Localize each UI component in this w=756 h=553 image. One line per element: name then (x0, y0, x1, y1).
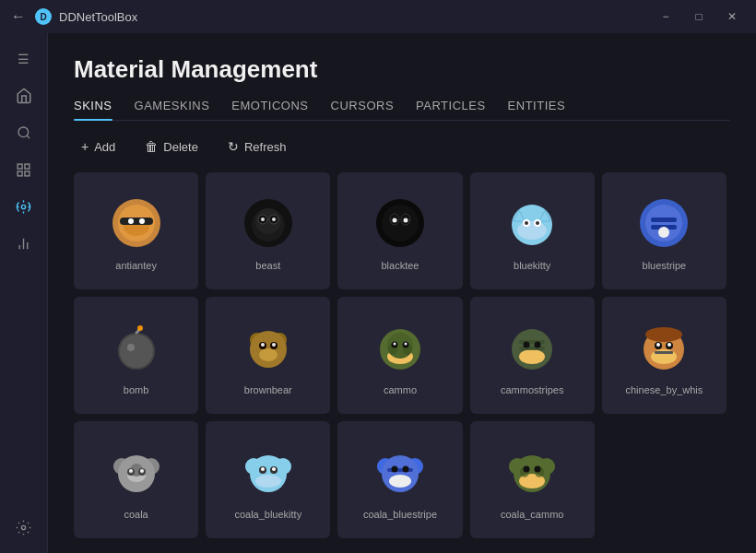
svg-point-70 (519, 349, 545, 364)
svg-point-104 (389, 475, 411, 488)
skin-label-brownbear: brownbear (244, 384, 292, 395)
app-icon: D (35, 8, 52, 25)
skin-avatar-coala_bluekitty (239, 442, 298, 501)
skin-label-cammo: cammo (384, 384, 417, 395)
skin-card-brownbear[interactable]: brownbear (206, 297, 330, 414)
minimize-button[interactable]: − (653, 7, 679, 26)
skin-card-antiantey[interactable]: antiantey (74, 172, 198, 289)
titlebar: ← D DDNetToolBox − □ ✕ (0, 0, 756, 33)
main-content: Material Management SKINS GAMESKINS EMOT… (48, 33, 756, 553)
refresh-button[interactable]: ↻ Refresh (220, 135, 294, 158)
skin-avatar-coala_cammo (502, 442, 561, 501)
skin-label-coala_bluekitty: coala_bluekitty (234, 509, 301, 520)
tab-particles[interactable]: PARTICLES (416, 99, 486, 120)
sidebar-item-extensions[interactable] (7, 153, 41, 186)
close-button[interactable]: ✕ (719, 7, 745, 26)
skin-card-bomb[interactable]: bomb (74, 297, 198, 414)
skin-grid: antianteybeastblackteebluekittybluestrip… (74, 172, 730, 538)
skin-avatar-beast (239, 194, 298, 253)
skin-avatar-antiantey (107, 194, 166, 253)
svg-point-50 (137, 325, 143, 331)
svg-point-68 (404, 342, 407, 345)
svg-rect-18 (120, 218, 153, 225)
skin-card-bluestripe[interactable]: bluestripe (602, 172, 726, 289)
skin-card-beast[interactable]: beast (206, 172, 330, 289)
svg-point-59 (272, 343, 276, 347)
skin-label-chinese_by_whis: chinese_by_whis (626, 384, 703, 395)
add-button[interactable]: + Add (74, 135, 123, 158)
toolbar: + Add 🗑 Delete ↻ Refresh (74, 135, 730, 158)
tab-skins[interactable]: SKINS (74, 99, 112, 120)
svg-point-67 (393, 342, 396, 345)
svg-point-80 (656, 343, 660, 347)
skin-label-coala_bluestripe: coala_bluestripe (363, 509, 437, 520)
app-title: DDNetToolBox (59, 10, 653, 24)
sidebar-item-search[interactable] (7, 116, 41, 149)
refresh-icon: ↻ (228, 139, 239, 154)
svg-point-55 (259, 348, 278, 361)
svg-point-48 (120, 335, 153, 368)
content-area: Material Management SKINS GAMESKINS EMOT… (48, 33, 756, 553)
tab-emoticons[interactable]: EMOTICONS (231, 99, 308, 120)
svg-point-14 (21, 525, 25, 529)
svg-point-98 (261, 467, 265, 471)
sidebar-item-plugins[interactable] (7, 190, 41, 223)
sidebar-item-chart[interactable] (7, 227, 41, 260)
sidebar: ☰ (0, 33, 48, 553)
tab-gameskins[interactable]: GAMESKINS (135, 99, 210, 120)
svg-point-113 (524, 465, 530, 472)
svg-point-35 (517, 221, 547, 240)
skin-card-coala_bluekitty[interactable]: coala_bluekitty (206, 421, 330, 538)
svg-point-26 (261, 218, 265, 221)
skin-avatar-brownbear (239, 318, 298, 377)
svg-point-90 (129, 469, 133, 473)
skin-avatar-bluekitty (502, 194, 561, 253)
svg-point-105 (391, 465, 397, 472)
skin-card-coala[interactable]: coala (74, 421, 198, 538)
skin-avatar-cammostripes (502, 318, 561, 377)
tab-entities[interactable]: ENTITIES (508, 99, 566, 120)
delete-button[interactable]: 🗑 Delete (137, 135, 206, 158)
add-icon: + (81, 139, 89, 154)
page-title: Material Management (74, 55, 730, 84)
svg-rect-44 (651, 218, 677, 222)
skin-card-coala_bluestripe[interactable]: coala_bluestripe (337, 421, 462, 538)
tabs-bar: SKINS GAMESKINS EMOTICONS CURSORS PARTIC… (74, 99, 730, 121)
skin-card-blacktee[interactable]: blacktee (337, 172, 462, 289)
skin-card-bluekitty[interactable]: bluekitty (470, 172, 595, 289)
svg-point-77 (645, 327, 682, 342)
svg-point-73 (524, 341, 530, 347)
svg-point-41 (536, 221, 539, 225)
delete-icon: 🗑 (145, 139, 158, 154)
svg-point-99 (272, 467, 276, 471)
tab-cursors[interactable]: CURSORS (331, 99, 395, 120)
skin-card-cammo[interactable]: cammo (337, 297, 462, 414)
svg-point-91 (140, 469, 144, 473)
skin-card-chinese_by_whis[interactable]: chinese_by_whis (602, 297, 726, 414)
skin-avatar-bomb (107, 318, 166, 377)
skin-avatar-chinese_by_whis (634, 318, 693, 377)
svg-rect-3 (25, 164, 30, 169)
skin-avatar-coala_bluestripe (371, 442, 430, 501)
sidebar-item-menu[interactable]: ☰ (7, 42, 41, 76)
skin-avatar-cammo (371, 318, 430, 377)
back-button[interactable]: ← (11, 8, 26, 25)
svg-point-74 (535, 341, 541, 347)
skin-card-coala_cammo[interactable]: coala_cammo (470, 421, 595, 538)
svg-point-81 (667, 343, 671, 347)
svg-point-32 (392, 218, 396, 222)
maximize-button[interactable]: □ (686, 7, 712, 26)
svg-point-40 (525, 221, 528, 225)
svg-rect-82 (655, 351, 673, 354)
skin-card-cammostripes[interactable]: cammostripes (470, 297, 595, 414)
refresh-label: Refresh (244, 140, 287, 154)
svg-rect-4 (18, 171, 22, 175)
window-controls: − □ ✕ (653, 7, 745, 26)
sidebar-item-settings[interactable] (7, 511, 41, 544)
skin-label-coala: coala (124, 509, 148, 520)
skin-label-blacktee: blacktee (382, 260, 419, 271)
svg-point-27 (272, 218, 276, 221)
sidebar-item-home[interactable] (7, 79, 41, 112)
skin-label-coala_cammo: coala_cammo (501, 509, 563, 520)
svg-point-0 (18, 127, 29, 137)
